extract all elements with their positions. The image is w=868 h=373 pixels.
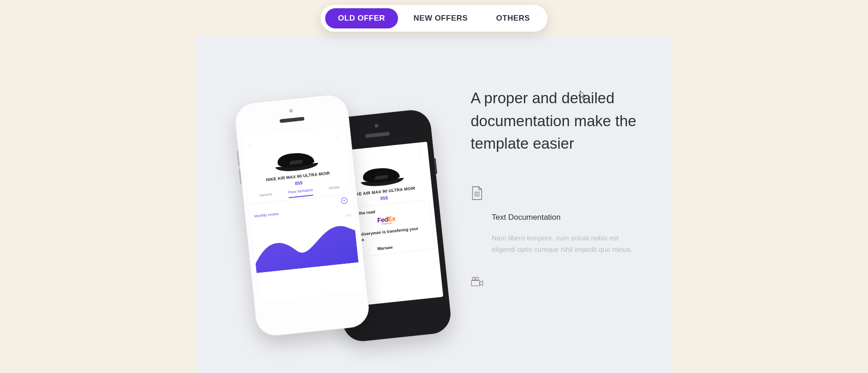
cursor-icon [580,90,586,100]
phone-front-screen: ‹ ⋮ NIKE AIR MAX 90 ULTRA MOIR 85$ Varia… [242,126,361,301]
feature-text-documentation: Text Documentation Nam libero tempore, c… [471,186,640,256]
content-card: A proper and detailed documentation make… [196,36,672,373]
phone-front: ‹ ⋮ NIKE AIR MAX 90 ULTRA MOIR 85$ Varia… [233,93,371,338]
area-chart-icon [251,212,358,273]
tab-switcher: OLD OFFER NEW OFFERS OTHERS [321,5,548,32]
chart-label: Monthly review [254,212,279,218]
route-to: Warsaw [377,245,393,251]
arrow-right-icon: → [367,247,371,252]
svg-rect-5 [472,280,480,286]
tab-new-offers[interactable]: NEW OFFERS [401,8,480,28]
svg-point-3 [472,277,475,280]
product-tab-variants[interactable]: Variants [259,192,273,201]
feature-description: Nam libero tempore, cum soluta nobis est… [492,232,634,256]
feature-title: Text Documentation [492,213,640,222]
headline: A proper and detailed documentation make… [471,87,640,155]
video-camera-icon [471,275,483,289]
product-image [270,144,323,175]
kebab-icon[interactable]: ⋮ [335,134,340,140]
product-tab-similar[interactable]: Similar [329,185,341,194]
product-tab-price-formation[interactable]: Price formation [288,188,313,198]
product-image [355,159,408,190]
back-icon[interactable]: ‹ [248,143,251,149]
kebab-icon[interactable]: ⋮ [417,149,423,155]
svg-point-4 [476,277,479,280]
tab-others[interactable]: OTHERS [483,8,543,28]
add-icon[interactable]: + [341,197,347,204]
document-icon [471,186,483,200]
tab-old-offer[interactable]: OLD OFFER [325,8,398,28]
price-chart: + Monthly review 200 100$ [249,194,358,273]
phones-mockup: ‹ ⋮ NIKE AIR MAX 90 ULTRA MOIR 85$ On th… [229,81,467,373]
text-column: A proper and detailed documentation make… [471,87,640,301]
